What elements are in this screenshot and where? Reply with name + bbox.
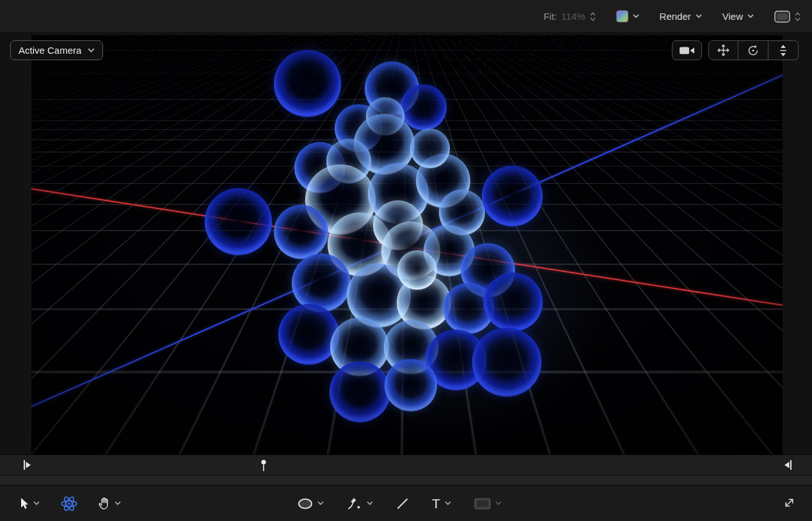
- color-swatch-icon: [616, 10, 628, 22]
- expand-icon: [783, 497, 795, 509]
- camera-selector[interactable]: Active Camera: [10, 40, 103, 60]
- camera-overlay-button[interactable]: [672, 40, 702, 60]
- canvas-viewport[interactable]: [31, 35, 783, 454]
- chevron-down-icon: [633, 14, 639, 19]
- view-menu[interactable]: View: [722, 11, 754, 22]
- viewport-stage: Active Camera: [0, 33, 812, 454]
- hand-icon: [99, 497, 110, 510]
- chevron-down-icon: [696, 14, 702, 19]
- vignette: [31, 35, 783, 454]
- stepper-icon[interactable]: [590, 12, 596, 22]
- text-tool-icon: T: [432, 497, 440, 510]
- timeline-scrubber[interactable]: [0, 454, 812, 475]
- mini-timeline[interactable]: [0, 475, 812, 485]
- create-tool-group: T: [296, 493, 504, 514]
- transform-3d-icon: [60, 495, 78, 512]
- line-tool-icon: [396, 497, 409, 510]
- motion-window: Fit: 114% Render View: [0, 0, 812, 521]
- color-channel-control[interactable]: [616, 10, 639, 22]
- transform-3d-tool[interactable]: [58, 492, 80, 515]
- chevron-down-icon: [115, 501, 121, 506]
- select-tool[interactable]: [17, 494, 42, 513]
- stepper-icon[interactable]: [795, 12, 800, 22]
- zoom-control[interactable]: Fit: 114%: [543, 11, 595, 22]
- bezier-tool-icon: [347, 497, 362, 511]
- tool-bar: T: [0, 485, 812, 521]
- transform-tool-group: [17, 492, 123, 515]
- shape-tool-icon: [298, 498, 313, 509]
- shape-tool[interactable]: [296, 495, 326, 513]
- play-range-in-marker[interactable]: [23, 460, 32, 470]
- orbit-view-button[interactable]: [738, 40, 768, 60]
- chevron-down-icon: [445, 501, 451, 506]
- render-menu[interactable]: Render: [660, 11, 702, 22]
- chevron-down-icon: [33, 501, 40, 506]
- fit-label: Fit:: [543, 11, 557, 22]
- dolly-view-icon: [778, 44, 788, 57]
- line-tool[interactable]: [394, 494, 411, 513]
- expand-button[interactable]: [783, 497, 795, 511]
- camera-selector-label: Active Camera: [19, 45, 81, 56]
- render-menu-label: Render: [660, 11, 691, 22]
- pan-view-button[interactable]: [708, 40, 738, 60]
- text-tool[interactable]: T: [430, 493, 453, 513]
- bezier-tool[interactable]: [345, 493, 375, 514]
- orbit-view-icon: [747, 44, 760, 57]
- select-arrow-icon: [19, 497, 29, 510]
- canvas-toolbar: Fit: 114% Render View: [0, 0, 812, 33]
- chevron-down-icon: [747, 14, 754, 19]
- chevron-down-icon: [367, 501, 373, 506]
- canvas-layout-icon: [774, 10, 790, 23]
- video-camera-icon: [679, 45, 696, 56]
- chevron-down-icon: [317, 501, 324, 506]
- pan-view-icon: [717, 44, 730, 57]
- view-tools: [672, 40, 799, 60]
- dolly-view-button[interactable]: [768, 40, 799, 60]
- view-3d-tool-group: [708, 40, 799, 60]
- chevron-down-icon: [495, 501, 502, 506]
- image-well[interactable]: [472, 495, 504, 513]
- fit-value: 114%: [561, 11, 585, 22]
- view-menu-label: View: [722, 11, 743, 22]
- playhead[interactable]: [260, 459, 267, 472]
- image-well-icon: [474, 498, 491, 509]
- chevron-down-icon: [88, 48, 95, 53]
- pan-tool[interactable]: [97, 493, 123, 513]
- play-range-out-marker[interactable]: [783, 460, 792, 470]
- canvas-layout-control[interactable]: [774, 10, 800, 23]
